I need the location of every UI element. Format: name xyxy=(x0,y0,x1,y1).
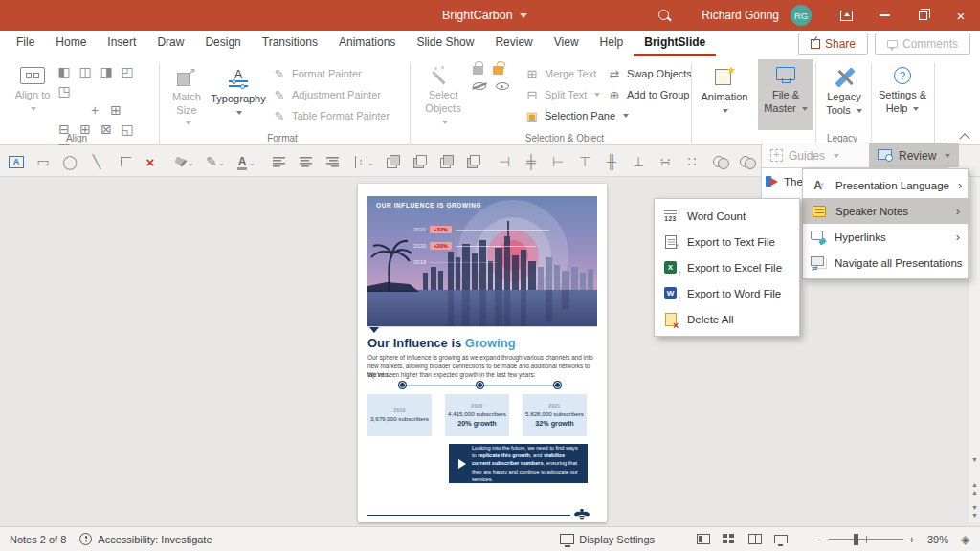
callout-box[interactable]: Looking into the future, we need to find… xyxy=(449,444,588,483)
menu-item-word-count[interactable]: 123 Word Count xyxy=(655,203,799,229)
comments-button[interactable]: Comments xyxy=(875,33,970,55)
minimize-button[interactable] xyxy=(865,0,903,31)
tab-insert[interactable]: Insert xyxy=(97,31,146,56)
lock-icon[interactable] xyxy=(473,66,483,75)
distribute-gaps-icon[interactable]: ◳ xyxy=(54,81,75,100)
distribute-shapes-vertical-icon[interactable]: ∷ xyxy=(681,151,702,172)
animation-button[interactable]: Animation xyxy=(697,59,752,130)
scroll-down-icon[interactable]: ▼ xyxy=(969,456,980,464)
menu-item-delete-all[interactable]: Delete All xyxy=(655,306,799,332)
align-objects-center-icon[interactable]: ◫ xyxy=(75,62,96,81)
center-on-slide-icon[interactable]: + xyxy=(84,100,105,120)
normal-view-icon[interactable] xyxy=(697,534,710,544)
match-size-button[interactable]: Match Size xyxy=(165,59,209,130)
slide-sorter-view-icon[interactable] xyxy=(723,534,736,544)
notes-counter[interactable]: Notes 2 of 8 xyxy=(10,534,66,545)
subtract-shapes-icon[interactable] xyxy=(737,151,758,172)
notes-page[interactable]: OUR INFLUENCE IS GROWING 2021 +32% 2020 … xyxy=(358,184,607,522)
restore-button[interactable] xyxy=(903,0,942,31)
tab-draw[interactable]: Draw xyxy=(146,31,194,56)
show-object-icon[interactable] xyxy=(496,82,509,90)
align-shapes-middle-icon[interactable]: ╫ xyxy=(601,151,622,172)
close-button[interactable]: × xyxy=(942,0,980,31)
next-slide-icon[interactable]: ▼▼ xyxy=(969,504,980,519)
align-text-right-icon[interactable] xyxy=(322,151,343,172)
review-button[interactable]: Review xyxy=(869,143,959,167)
format-painter-button[interactable]: ✎Format Painter xyxy=(272,64,362,83)
hero-image[interactable]: OUR INFLUENCE IS GROWING 2021 +32% 2020 … xyxy=(368,196,597,326)
menu-item-export-excel-file[interactable]: X Export to Excel File xyxy=(655,254,799,280)
menu-item-presentation-language[interactable]: A↑ Presentation Language› xyxy=(803,172,968,198)
send-to-back-icon[interactable] xyxy=(463,151,484,172)
distribute-shapes-horizontal-icon[interactable]: ∺ xyxy=(655,151,676,172)
swap-positions-icon[interactable]: ⊞ xyxy=(105,100,126,120)
zoom-slider[interactable] xyxy=(829,539,903,540)
tab-help[interactable]: Help xyxy=(590,31,635,56)
menu-item-export-text-file[interactable]: Export to Text File xyxy=(655,229,799,254)
menu-item-speaker-notes[interactable]: Speaker Notes› xyxy=(803,198,968,224)
stat-box-2020[interactable]: 2020 4,415,000 subscribers 20% growth xyxy=(445,394,509,436)
stat-box-2019[interactable]: 2019 3,679,000 subscribers xyxy=(368,394,432,436)
stat-box-2021[interactable]: 2021 5,828,000 subscribers 32% growth xyxy=(523,394,587,436)
split-text-button[interactable]: ⊟Split Text xyxy=(524,85,600,104)
tab-animations[interactable]: Animations xyxy=(328,31,406,56)
search-icon[interactable] xyxy=(658,10,671,22)
tab-transitions[interactable]: Transitions xyxy=(252,31,328,56)
menu-item-theme-partial[interactable]: The xyxy=(762,168,802,194)
vertical-scrollbar[interactable]: ▼ ▲▲ ▼▼ xyxy=(968,177,980,522)
align-shapes-center-icon[interactable]: ╪ xyxy=(521,151,542,172)
avatar[interactable]: RG xyxy=(791,5,812,26)
zoom-slider-thumb[interactable] xyxy=(854,534,858,545)
font-color-dropdown[interactable]: ⌄ xyxy=(249,159,256,167)
legacy-tools-button[interactable]: Legacy Tools xyxy=(819,59,869,130)
document-title[interactable]: BrightCarbon xyxy=(442,0,527,31)
share-button[interactable]: Share xyxy=(798,33,868,55)
ribbon-display-options-button[interactable] xyxy=(827,0,865,31)
distribute-vertical-icon[interactable]: ◱ xyxy=(117,120,138,139)
selection-pane-button[interactable]: ▣Selection Pane xyxy=(524,106,629,125)
menu-item-export-word-file[interactable]: W Export to Word File xyxy=(655,280,799,306)
accessibility-status[interactable]: Accessibility: Investigate xyxy=(98,534,212,545)
delete-icon[interactable]: × xyxy=(140,151,161,172)
file-and-master-button[interactable]: File & Master xyxy=(758,59,813,130)
zoom-level[interactable]: 39% xyxy=(927,534,948,545)
reading-view-icon[interactable] xyxy=(748,534,762,544)
align-shapes-bottom-icon[interactable]: ⊥ xyxy=(628,151,649,172)
fit-slide-to-window-icon[interactable]: ◈ xyxy=(961,534,972,545)
outline-color-dropdown[interactable]: ⌄ xyxy=(218,159,225,167)
insert-rectangle-icon[interactable]: ▭ xyxy=(33,151,54,172)
tab-file[interactable]: File xyxy=(6,31,45,56)
align-text-center-icon[interactable] xyxy=(295,151,316,172)
resize-dropdown[interactable]: ⌄ xyxy=(368,159,374,167)
settings-help-button[interactable]: ? Settings & Help xyxy=(875,59,930,130)
slide-heading[interactable]: Our Influence is Growing xyxy=(368,336,516,350)
zoom-out-icon[interactable]: − xyxy=(816,534,822,545)
adjustment-painter-button[interactable]: ✎Adjustment Painter xyxy=(272,85,381,104)
typography-button[interactable]: A Typography xyxy=(211,59,266,130)
insert-textbox-icon[interactable]: A xyxy=(6,151,27,172)
tab-design[interactable]: Design xyxy=(194,31,251,56)
collapse-ribbon-icon[interactable] xyxy=(959,132,972,143)
align-shapes-top-icon[interactable]: ⊤ xyxy=(574,151,595,172)
bring-to-front-icon[interactable] xyxy=(436,151,457,172)
insert-elbow-connector-icon[interactable] xyxy=(113,151,134,172)
select-objects-button[interactable]: Select Objects xyxy=(417,59,469,130)
zoom-in-icon[interactable]: + xyxy=(909,534,915,545)
tab-review[interactable]: Review xyxy=(484,31,543,56)
align-to-button[interactable]: Align to xyxy=(8,59,57,130)
merge-shapes-icon[interactable] xyxy=(710,151,731,172)
align-shapes-left-icon[interactable]: ⊣ xyxy=(494,151,515,172)
align-objects-right-icon[interactable]: ◨ xyxy=(96,62,117,81)
add-to-group-button[interactable]: ⊕Add to Group xyxy=(607,85,689,104)
display-settings-label[interactable]: Display Settings xyxy=(579,534,655,545)
slide-show-icon[interactable] xyxy=(774,535,788,543)
align-objects-left-icon[interactable]: ◧ xyxy=(54,62,75,81)
user-name[interactable]: Richard Goring xyxy=(702,9,779,22)
tab-home[interactable]: Home xyxy=(45,31,97,56)
previous-slide-icon[interactable]: ▲▲ xyxy=(969,481,980,496)
send-backward-icon[interactable] xyxy=(410,151,431,172)
align-shapes-right-icon[interactable]: ⊢ xyxy=(547,151,568,172)
bring-forward-icon[interactable] xyxy=(383,151,404,172)
tab-brightslide[interactable]: BrightSlide xyxy=(634,31,716,56)
insert-line-icon[interactable]: ╲ xyxy=(86,151,107,172)
